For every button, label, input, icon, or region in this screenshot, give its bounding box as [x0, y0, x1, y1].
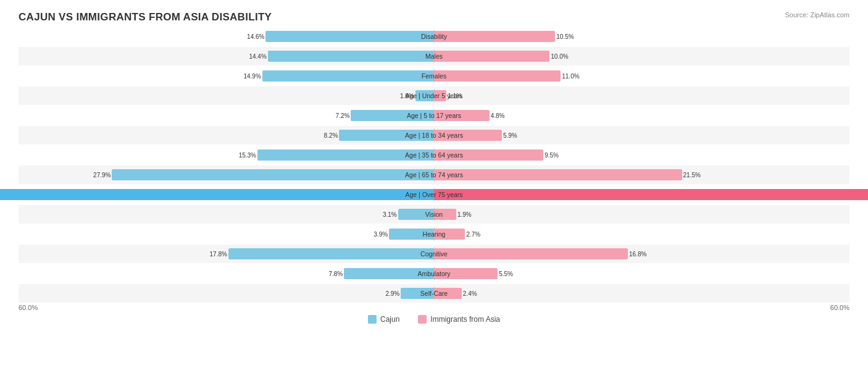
right-bar	[434, 169, 682, 180]
chart-rows: 14.6%Disability10.5%14.4%Males10.0%14.9%…	[19, 27, 849, 303]
right-value: 2.7%	[466, 231, 480, 238]
right-value: 2.4%	[463, 290, 477, 297]
left-value: 14.9%	[243, 73, 261, 80]
legend-immigrants: Immigrants from Asia	[418, 315, 500, 324]
row-label: Males	[425, 52, 443, 60]
left-value: 14.4%	[249, 53, 266, 60]
row-label: Females	[422, 72, 446, 80]
bars-wrapper: 7.8%Ambulatory5.5%	[19, 267, 849, 280]
right-value: 10.0%	[551, 53, 568, 60]
legend-cajun: Cajun	[368, 315, 399, 324]
table-row: 1.6%Age | Under 5 years1.1%	[19, 86, 849, 105]
row-label: Age | 5 to 17 years	[407, 112, 461, 119]
bars-wrapper: 2.9%Self-Care2.4%	[19, 287, 849, 300]
left-value: 3.9%	[373, 231, 388, 238]
right-bar	[434, 31, 555, 42]
table-row: 14.4%Males10.0%	[19, 47, 849, 65]
right-bar	[434, 189, 868, 200]
table-row: 3.1%Vision1.9%	[19, 205, 849, 224]
table-row: 50.7%Age | Over 75 years47.0%	[19, 185, 849, 204]
left-value: 7.8%	[328, 271, 343, 277]
bars-wrapper: 3.9%Hearing2.7%	[19, 227, 849, 241]
table-row: 14.9%Females11.0%	[19, 67, 849, 85]
x-axis-labels: 60.0% 60.0%	[19, 304, 849, 311]
table-row: 2.9%Self-Care2.4%	[19, 284, 849, 303]
table-row: 8.2%Age | 18 to 34 years5.9%	[19, 126, 849, 145]
left-value: 3.1%	[383, 211, 397, 218]
right-value: 5.9%	[503, 132, 517, 139]
bars-wrapper: 14.4%Males10.0%	[19, 49, 849, 63]
table-row: 14.6%Disability10.5%	[19, 27, 849, 46]
right-value: 1.9%	[457, 211, 472, 218]
immigrants-legend-label: Immigrants from Asia	[430, 315, 500, 324]
table-row: 7.8%Ambulatory5.5%	[19, 264, 849, 283]
row-label: Age | 35 to 64 years	[405, 151, 463, 159]
left-bar	[265, 31, 434, 42]
left-bar	[0, 189, 434, 200]
cajun-color-box	[368, 315, 377, 324]
right-value: 10.5%	[556, 33, 574, 40]
bars-wrapper: 50.7%Age | Over 75 years47.0%	[19, 188, 849, 201]
right-value: 9.5%	[545, 152, 559, 159]
chart-title: CAJUN VS IMMIGRANTS FROM ASIA DISABILITY	[19, 11, 849, 23]
row-label: Age | Over 75 years	[405, 191, 462, 198]
table-row: 3.9%Hearing2.7%	[19, 225, 849, 243]
right-bar	[434, 70, 561, 82]
left-bar	[262, 70, 434, 82]
legend: Cajun Immigrants from Asia	[19, 315, 849, 324]
bars-wrapper: 7.2%Age | 5 to 17 years4.8%	[19, 109, 849, 122]
left-value: 17.8%	[210, 251, 227, 258]
row-label: Vision	[425, 211, 443, 218]
left-value: 7.2%	[336, 112, 350, 119]
right-bar	[434, 51, 549, 62]
right-value: 4.8%	[491, 112, 505, 119]
row-label: Age | 65 to 74 years	[405, 171, 463, 178]
left-bar	[268, 51, 434, 62]
row-label: Ambulatory	[417, 270, 450, 277]
row-label: Age | Under 5 years	[405, 92, 462, 99]
source-label: Source: ZipAtlas.com	[785, 11, 849, 19]
x-axis-left: 60.0%	[19, 304, 38, 311]
right-value: 11.0%	[562, 73, 579, 80]
row-label: Self-Care	[420, 290, 448, 297]
right-value: 21.5%	[683, 172, 701, 178]
left-value: 8.2%	[324, 132, 338, 139]
left-bar	[112, 169, 434, 180]
right-bar	[434, 248, 628, 259]
right-value: 5.5%	[499, 271, 513, 277]
left-value: 15.3%	[239, 152, 256, 159]
table-row: 7.2%Age | 5 to 17 years4.8%	[19, 106, 849, 125]
x-axis-right: 60.0%	[830, 304, 849, 311]
bars-wrapper: 1.6%Age | Under 5 years1.1%	[19, 89, 849, 103]
bars-wrapper: 3.1%Vision1.9%	[19, 208, 849, 221]
left-value: 14.6%	[247, 33, 264, 40]
left-bar	[228, 248, 434, 259]
row-label: Cognitive	[420, 250, 448, 258]
left-value: 2.9%	[385, 290, 399, 297]
immigrants-color-box	[418, 315, 427, 324]
chart-container: CAJUN VS IMMIGRANTS FROM ASIA DISABILITY…	[0, 0, 868, 378]
table-row: 15.3%Age | 35 to 64 years9.5%	[19, 146, 849, 164]
bars-wrapper: 14.9%Females11.0%	[19, 69, 849, 83]
bars-wrapper: 27.9%Age | 65 to 74 years21.5%	[19, 168, 849, 182]
table-row: 17.8%Cognitive16.8%	[19, 245, 849, 263]
bars-wrapper: 14.6%Disability10.5%	[19, 30, 849, 43]
row-label: Age | 18 to 34 years	[405, 132, 463, 139]
row-label: Disability	[421, 33, 447, 40]
bars-wrapper: 17.8%Cognitive16.8%	[19, 247, 849, 261]
row-label: Hearing	[423, 230, 446, 238]
cajun-legend-label: Cajun	[380, 315, 399, 324]
right-value: 16.8%	[629, 251, 646, 258]
bars-wrapper: 8.2%Age | 18 to 34 years5.9%	[19, 128, 849, 142]
table-row: 27.9%Age | 65 to 74 years21.5%	[19, 166, 849, 184]
left-value: 27.9%	[93, 172, 111, 178]
bars-wrapper: 15.3%Age | 35 to 64 years9.5%	[19, 148, 849, 162]
